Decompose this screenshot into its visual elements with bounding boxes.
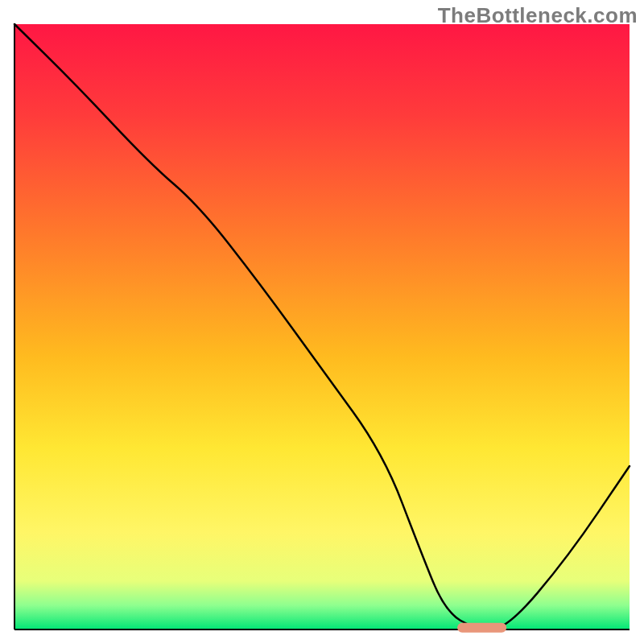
optimal-range-marker xyxy=(457,623,506,633)
plot-background xyxy=(14,24,630,630)
watermark-text: TheBottleneck.com xyxy=(438,3,638,28)
chart-container: TheBottleneck.com xyxy=(0,0,644,644)
bottleneck-chart xyxy=(0,0,644,644)
